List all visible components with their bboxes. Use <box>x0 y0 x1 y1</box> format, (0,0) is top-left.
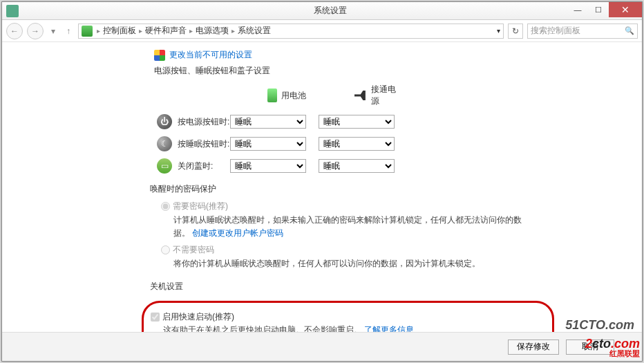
minimize-button[interactable]: — <box>567 2 588 17</box>
fast-startup-label: 启用快速启动(推荐) <box>162 311 234 323</box>
close-button[interactable]: ✕ <box>609 2 642 17</box>
save-button[interactable]: 保存修改 <box>508 339 559 355</box>
shield-icon <box>154 50 165 61</box>
sleep-button-battery-select[interactable]: 睡眠 <box>230 137 306 151</box>
highlight-oval: 启用快速启动(推荐) 这有助于在关机之后更快地启动电脑。不会影响重启。 了解更多… <box>142 301 554 332</box>
sleep-button-plugged-select[interactable]: 睡眠 <box>319 137 395 151</box>
window-controls: — ☐ ✕ <box>567 2 642 17</box>
close-lid-label: 关闭盖时: <box>178 160 213 172</box>
power-button-plugged-select[interactable]: 睡眠 <box>319 115 395 129</box>
no-password-radio <box>161 245 170 254</box>
close-lid-row: ▭关闭盖时: 睡眠 睡眠 <box>154 158 642 174</box>
window-icon <box>6 5 19 17</box>
maximize-button[interactable]: ☐ <box>588 2 609 17</box>
breadcrumb-item[interactable]: 硬件和声音 <box>145 25 187 37</box>
search-placeholder: 搜索控制面板 <box>531 25 580 37</box>
chevron-right-icon: ▸ <box>95 27 102 35</box>
close-lid-battery-select[interactable]: 睡眠 <box>230 159 306 173</box>
content-area: 更改当前不可用的设置 电源按钮、睡眠按钮和盖子设置 用电池 接通电源 ⏻按电源按… <box>2 42 642 332</box>
cancel-button[interactable]: 取消 <box>566 339 614 355</box>
plug-icon <box>354 91 367 100</box>
window: 系统设置 — ☐ ✕ ← → ▾ ↑ ▸ 控制面板 ▸ 硬件和声音 ▸ 电源选项… <box>1 1 643 362</box>
search-icon: 🔍 <box>625 26 634 35</box>
no-password-desc: 将你的计算机从睡眠状态唤醒时，任何人都可以访问你的数据，因为计算机未锁定。 <box>173 257 533 270</box>
create-change-password-link[interactable]: 创建或更改用户帐户密码 <box>192 228 283 238</box>
fast-startup-desc: 这有助于在关机之后更快地启动电脑。不会影响重启。 了解更多信息 <box>163 324 414 332</box>
lid-icon: ▭ <box>157 158 172 174</box>
plugged-header: 接通电源 <box>371 84 400 107</box>
search-input[interactable]: 搜索控制面板 🔍 <box>527 24 638 39</box>
change-unavailable-settings-link[interactable]: 更改当前不可用的设置 <box>169 49 252 61</box>
moon-icon: ☾ <box>157 136 172 151</box>
breadcrumb-item[interactable]: 电源选项 <box>196 25 229 37</box>
breadcrumb-item[interactable]: 系统设置 <box>238 25 271 37</box>
wake-password-heading: 唤醒时的密码保护 <box>150 183 642 195</box>
chevron-right-icon: ▸ <box>188 27 194 35</box>
require-password-radio <box>161 202 170 211</box>
buttons-section-heading: 电源按钮、睡眠按钮和盖子设置 <box>154 65 642 77</box>
require-password-desc: 计算机从睡眠状态唤醒时，如果未输入正确的密码来解除计算机锁定，任何人都无法访问你… <box>173 214 533 240</box>
power-button-label: 按电源按钮时: <box>178 116 229 128</box>
sleep-button-row: ☾按睡眠按钮时: 睡眠 睡眠 <box>154 136 642 151</box>
breadcrumb[interactable]: ▸ 控制面板 ▸ 硬件和声音 ▸ 电源选项 ▸ 系统设置 ▾ <box>78 24 504 39</box>
power-button-battery-select[interactable]: 睡眠 <box>230 115 306 129</box>
titlebar: 系统设置 — ☐ ✕ <box>2 2 642 20</box>
forward-button[interactable]: → <box>27 23 44 39</box>
control-panel-icon <box>82 26 93 37</box>
fast-startup-checkbox <box>151 313 160 322</box>
back-button[interactable]: ← <box>6 23 23 39</box>
power-icon: ⏻ <box>157 114 172 129</box>
breadcrumb-item[interactable]: 控制面板 <box>103 25 136 37</box>
navbar: ← → ▾ ↑ ▸ 控制面板 ▸ 硬件和声音 ▸ 电源选项 ▸ 系统设置 ▾ ↻… <box>2 20 642 42</box>
chevron-right-icon: ▸ <box>230 27 236 35</box>
sleep-button-label: 按睡眠按钮时: <box>178 138 229 150</box>
window-title: 系统设置 <box>19 5 642 17</box>
refresh-button[interactable]: ↻ <box>508 24 523 39</box>
shutdown-settings-heading: 关机设置 <box>150 281 642 292</box>
history-dropdown[interactable]: ▾ <box>48 26 59 37</box>
no-password-label: 不需要密码 <box>173 244 214 256</box>
column-headers: 用电池 接通电源 <box>154 84 642 107</box>
power-button-row: ⏻按电源按钮时: 睡眠 睡眠 <box>154 114 642 129</box>
battery-header: 用电池 <box>281 90 306 102</box>
battery-icon <box>267 89 277 102</box>
footer: 保存修改 取消 <box>2 332 642 361</box>
require-password-label: 需要密码(推荐) <box>173 201 228 212</box>
close-lid-plugged-select[interactable]: 睡眠 <box>319 159 395 173</box>
chevron-right-icon: ▸ <box>138 27 144 35</box>
up-button[interactable]: ↑ <box>63 26 74 37</box>
learn-more-link[interactable]: 了解更多信息 <box>364 325 414 332</box>
